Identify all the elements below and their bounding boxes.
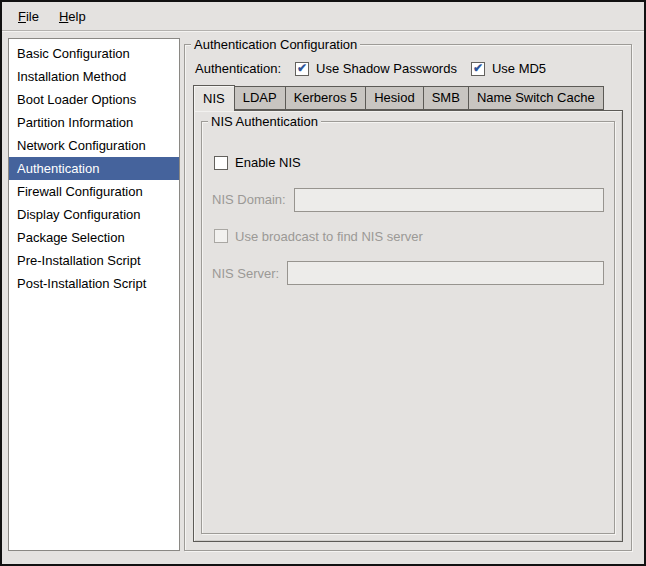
menu-help[interactable]: Help	[49, 6, 96, 27]
nis-tab-page: NIS Authentication Enable NIS NIS Domain…	[193, 110, 623, 542]
authentication-options-row: Authentication: Use Shadow Passwords Use…	[193, 61, 623, 76]
menubar: File Help	[2, 2, 644, 31]
authentication-label: Authentication:	[195, 61, 281, 76]
tab-smb[interactable]: SMB	[423, 86, 469, 110]
tab-nis[interactable]: NIS	[193, 85, 235, 111]
main-area: Basic Configuration Installation Method …	[2, 31, 644, 564]
nis-server-label: NIS Server:	[212, 266, 279, 281]
use-md5-label: Use MD5	[492, 61, 546, 76]
sidebar-item-pre-installation-script[interactable]: Pre-Installation Script	[9, 249, 179, 272]
use-broadcast-checkbox[interactable]: Use broadcast to find NIS server	[214, 229, 423, 244]
broadcast-row: Use broadcast to find NIS server	[212, 229, 604, 247]
checkbox-checked-icon	[471, 62, 485, 76]
tab-strip: NIS LDAP Kerberos 5 Hesiod SMB Name Swit…	[193, 85, 623, 110]
checkbox-unchecked-icon	[214, 229, 228, 243]
frame-title: NIS Authentication	[208, 114, 321, 129]
sidebar-item-basic-configuration[interactable]: Basic Configuration	[9, 42, 179, 65]
nis-server-row: NIS Server:	[212, 261, 604, 285]
use-shadow-passwords-checkbox[interactable]: Use Shadow Passwords	[295, 61, 457, 76]
enable-nis-label: Enable NIS	[235, 155, 301, 170]
use-md5-checkbox[interactable]: Use MD5	[471, 61, 546, 76]
nis-domain-row: NIS Domain:	[212, 188, 604, 212]
sidebar-item-firewall-configuration[interactable]: Firewall Configuration	[9, 180, 179, 203]
menu-file[interactable]: File	[8, 6, 49, 27]
nis-server-input[interactable]	[287, 261, 604, 285]
sidebar-item-network-configuration[interactable]: Network Configuration	[9, 134, 179, 157]
sidebar-item-partition-information[interactable]: Partition Information	[9, 111, 179, 134]
tab-name-switch-cache[interactable]: Name Switch Cache	[468, 86, 604, 110]
use-shadow-passwords-label: Use Shadow Passwords	[316, 61, 457, 76]
tab-ldap[interactable]: LDAP	[234, 86, 286, 110]
use-broadcast-label: Use broadcast to find NIS server	[235, 229, 423, 244]
sidebar-item-package-selection[interactable]: Package Selection	[9, 226, 179, 249]
content-panel: Authentication Configuration Authenticat…	[184, 38, 632, 551]
frame-title: Authentication Configuration	[191, 37, 360, 52]
sidebar-item-boot-loader-options[interactable]: Boot Loader Options	[9, 88, 179, 111]
tab-kerberos5[interactable]: Kerberos 5	[285, 86, 367, 110]
authentication-notebook: NIS LDAP Kerberos 5 Hesiod SMB Name Swit…	[193, 85, 623, 542]
enable-nis-checkbox[interactable]: Enable NIS	[214, 155, 301, 170]
kickstart-configurator-window: File Help Basic Configuration Installati…	[0, 0, 646, 566]
sidebar-item-display-configuration[interactable]: Display Configuration	[9, 203, 179, 226]
tab-hesiod[interactable]: Hesiod	[365, 86, 423, 110]
sidebar-item-post-installation-script[interactable]: Post-Installation Script	[9, 272, 179, 295]
nis-domain-input[interactable]	[294, 188, 604, 212]
checkbox-checked-icon	[295, 62, 309, 76]
section-list: Basic Configuration Installation Method …	[8, 38, 180, 551]
checkbox-unchecked-icon	[214, 156, 228, 170]
enable-nis-row: Enable NIS	[212, 155, 604, 173]
sidebar-item-authentication[interactable]: Authentication	[9, 157, 179, 180]
sidebar-item-installation-method[interactable]: Installation Method	[9, 65, 179, 88]
nis-domain-label: NIS Domain:	[212, 192, 286, 207]
authentication-configuration-frame: Authentication Configuration Authenticat…	[184, 44, 632, 551]
nis-authentication-frame: NIS Authentication Enable NIS NIS Domain…	[201, 121, 615, 534]
